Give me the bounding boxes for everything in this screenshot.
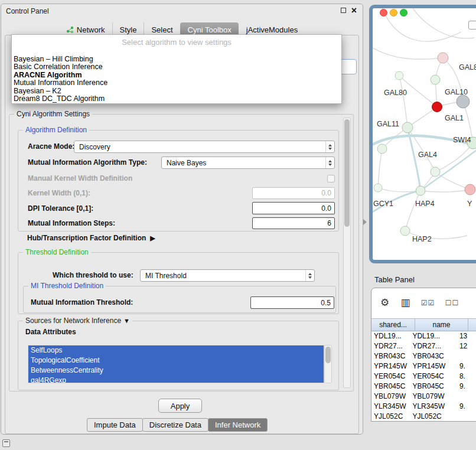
network-node[interactable]	[402, 122, 413, 133]
mi-type-value: Naive Bayes	[167, 159, 325, 167]
cell	[457, 351, 476, 361]
network-node[interactable]	[395, 71, 403, 80]
kernel-width-input[interactable]	[252, 187, 335, 199]
dropdown-item-basic-correlation[interactable]: Basic Correlation Inference	[12, 63, 341, 71]
dropdown-item-bayesian-hill-climbing[interactable]: Bayesian – Hill Climbing	[12, 56, 341, 63]
tab-infer-network[interactable]: Infer Network	[208, 418, 268, 432]
aracne-mode-combobox[interactable]: Discovery	[74, 141, 335, 153]
table-row[interactable]: YJL052C YJL052C	[371, 412, 476, 422]
float-window-icon[interactable]	[341, 8, 346, 13]
deselect-all-columns-icon[interactable]: ☐☐	[444, 296, 460, 309]
table-row[interactable]: YDR27... YDR27... 12	[371, 341, 476, 351]
screen: Control Panel × Network Style Select Cyn…	[0, 0, 476, 450]
list-scrollbar-thumb[interactable]	[325, 347, 331, 363]
list-item-gal4rgexp[interactable]: gal4RGexp	[28, 376, 324, 383]
table-panel-title: Table Panel	[374, 275, 415, 284]
close-icon[interactable]: ×	[351, 7, 357, 14]
tab-discretize-data[interactable]: Discretize Data	[142, 418, 208, 432]
mi-threshold-definition-title: MI Threshold Definition	[28, 282, 106, 291]
column-header-shared-name[interactable]: shared...	[371, 318, 415, 331]
network-edge	[405, 191, 420, 231]
window-traffic-lights	[380, 9, 407, 17]
gear-icon[interactable]: ⚙	[379, 296, 391, 309]
node-label: Y	[467, 200, 472, 208]
cell: YBR043C	[371, 351, 410, 361]
cell: YDL19...	[410, 331, 457, 341]
kernel-width-label: Kernel Width (0,1):	[28, 187, 90, 200]
algorithm-dropdown: Select algorithm to view settings Bayesi…	[11, 34, 342, 104]
apply-button[interactable]: Apply	[158, 399, 202, 413]
network-node[interactable]	[465, 184, 475, 195]
cell: 9.	[457, 381, 476, 392]
list-item-betweennesscentrality[interactable]: BetweennessCentrality	[28, 366, 324, 376]
node-label: GAL1	[445, 114, 464, 122]
table-row[interactable]: YPR145W YPR145W 9.	[371, 361, 476, 371]
cell: YDR27...	[410, 341, 457, 351]
table-row[interactable]: YDL19... YDL19... 13	[371, 331, 476, 341]
network-node[interactable]	[431, 75, 440, 84]
network-node[interactable]	[438, 53, 448, 63]
cell: 9.	[457, 402, 476, 412]
mi-algorithm-type-combobox[interactable]: Naive Bayes	[161, 156, 335, 169]
network-edge	[373, 45, 443, 59]
minimize-traffic-light-icon[interactable]	[390, 9, 397, 17]
network-node[interactable]	[400, 226, 410, 236]
list-item-topologicalcoefficient[interactable]: TopologicalCoefficient	[28, 356, 324, 366]
dpi-tolerance-input[interactable]	[252, 202, 335, 214]
node-label: GAL4	[418, 151, 437, 159]
splitter-handle[interactable]	[363, 219, 367, 225]
column-header-name[interactable]: name	[415, 318, 468, 331]
dropdown-item-aracne[interactable]: ARACNE Algorithm	[12, 71, 341, 79]
table-row[interactable]: YLR345W YLR345W 9.	[371, 402, 476, 412]
cell: 8.	[457, 371, 476, 381]
hub-definition-toggle[interactable]: Hub/Transcription Factor Definition ▶	[27, 234, 155, 242]
network-edge	[378, 188, 420, 192]
dropdown-items: Bayesian – Hill Climbing Basic Correlati…	[12, 56, 341, 103]
dropdown-item-dream8[interactable]: Dream8 DC_TDC Algorithm	[12, 95, 341, 103]
cell: YDL19...	[371, 331, 410, 341]
mi-threshold-input[interactable]	[250, 296, 334, 309]
network-node[interactable]	[374, 184, 382, 192]
list-item-selfloops[interactable]: SelfLoops	[28, 345, 324, 356]
cell: YBR045C	[410, 381, 457, 392]
network-node[interactable]	[377, 144, 387, 154]
mi-type-label: Mutual Information Algorithm Type:	[28, 156, 147, 169]
network-node[interactable]	[457, 95, 470, 108]
table-row[interactable]: YBL079W YBL079W	[371, 392, 476, 402]
combo-stepper-icon	[305, 270, 314, 281]
cell: YPR145W	[371, 361, 410, 371]
panel-toggle-icon[interactable]	[2, 439, 10, 447]
settings-scrollbar-thumb[interactable]	[344, 119, 350, 227]
network-node[interactable]	[431, 167, 440, 177]
which-threshold-combobox[interactable]: MI Threshold	[140, 269, 315, 282]
aracne-mode-label: Aracne Mode:	[28, 141, 74, 153]
bottom-tabstrip: Impute Data Discretize Data Infer Networ…	[87, 418, 268, 432]
list-scrollbar[interactable]	[324, 345, 332, 383]
cell: YJL052C	[371, 412, 410, 422]
mi-steps-input[interactable]	[252, 217, 335, 229]
column-header-extra[interactable]	[468, 318, 476, 331]
view-corner-button[interactable]	[468, 21, 476, 30]
dropdown-item-mutual-information[interactable]: Mutual Information Inference	[12, 79, 341, 87]
dropdown-item-bayesian-k2[interactable]: Bayesian – K2	[12, 87, 341, 95]
select-all-columns-icon[interactable]: ☑☑	[420, 296, 436, 309]
combo-stepper-icon	[325, 157, 334, 168]
sources-group-title[interactable]: Sources for Network Inference ▼	[23, 317, 132, 325]
mi-threshold-definition-title-text: MI Threshold Definition	[31, 282, 103, 291]
columns-icon[interactable]: ▥	[399, 296, 412, 309]
network-canvas[interactable]: GAL80GAL80GAL10GAL1GAL11SWI4GAL4GCY1HAP4…	[373, 8, 476, 260]
dropdown-placeholder: Select algorithm to view settings	[12, 38, 341, 47]
settings-scrollbar[interactable]	[343, 118, 351, 388]
network-node[interactable]	[432, 102, 442, 112]
tab-impute-data[interactable]: Impute Data	[87, 418, 143, 432]
cell: YPR145W	[410, 361, 457, 371]
table-row[interactable]: YER054C YER054C 8.	[371, 371, 476, 381]
table-row[interactable]: YBR045C YBR045C 9.	[371, 381, 476, 392]
network-node[interactable]	[416, 186, 425, 195]
table-row[interactable]: YBR043C YBR043C	[371, 351, 476, 361]
control-panel-window: Control Panel × Network Style Select Cyn…	[1, 4, 363, 435]
zoom-traffic-light-icon[interactable]	[400, 9, 407, 17]
manual-kernel-checkbox[interactable]	[327, 175, 335, 182]
close-traffic-light-icon[interactable]	[380, 9, 387, 17]
network-edge	[420, 190, 470, 192]
